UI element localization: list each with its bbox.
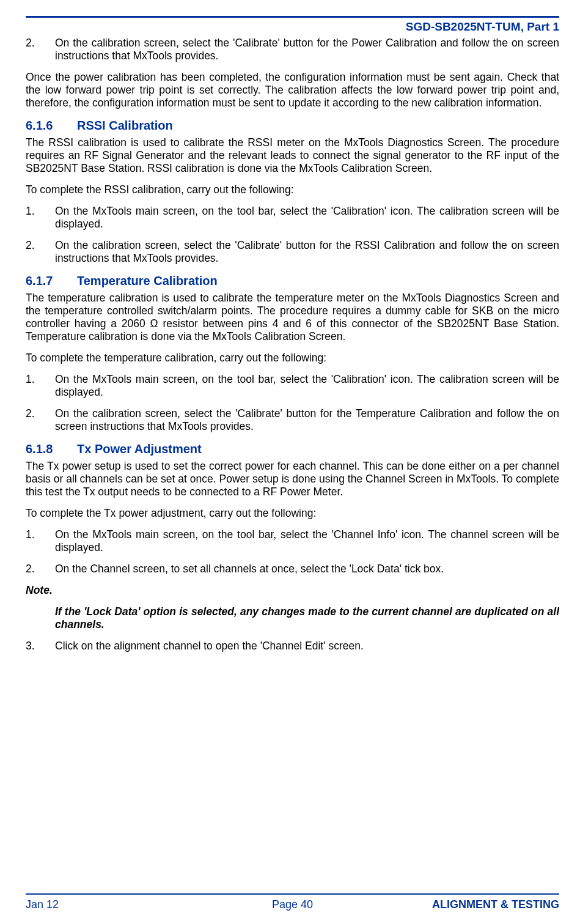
list-number: 2. <box>26 407 55 433</box>
section-number: 6.1.6 <box>26 118 77 133</box>
section-steps: 1. On the MxTools main screen, on the to… <box>26 528 559 575</box>
intro-after: Once the power calibration has been comp… <box>26 71 559 109</box>
list-number: 1. <box>26 528 55 554</box>
section-title: Tx Power Adjustment <box>77 442 202 456</box>
list-item: 3. Click on the alignment channel to ope… <box>26 640 559 652</box>
note-label: Note. <box>26 584 559 597</box>
intro-list: 2. On the calibration screen, select the… <box>26 37 559 62</box>
section-para: To complete the RSSI calibration, carry … <box>26 183 559 196</box>
section-title: Temperature Calibration <box>77 274 218 287</box>
list-number: 1. <box>26 205 55 231</box>
section-title: RSSI Calibration <box>77 119 173 132</box>
list-text: On the MxTools main screen, on the tool … <box>55 528 559 554</box>
list-item: 1. On the MxTools main screen, on the to… <box>26 528 559 554</box>
list-number: 3. <box>26 640 55 652</box>
list-number: 2. <box>26 563 55 575</box>
footer-section: ALIGNMENT & TESTING <box>381 898 559 912</box>
header-rule <box>26 16 559 18</box>
section-steps-after: 3. Click on the alignment channel to ope… <box>26 640 559 652</box>
list-text: On the MxTools main screen, on the tool … <box>55 373 559 399</box>
section-heading-616: 6.1.6RSSI Calibration <box>26 118 559 133</box>
list-item: 2. On the calibration screen, select the… <box>26 407 559 433</box>
footer-date: Jan 12 <box>26 898 204 912</box>
list-item: 1. On the MxTools main screen, on the to… <box>26 205 559 231</box>
footer-rule <box>26 893 559 895</box>
list-number: 2. <box>26 37 55 62</box>
list-text: Click on the alignment channel to open t… <box>55 640 559 652</box>
list-item: 1. On the MxTools main screen, on the to… <box>26 373 559 399</box>
section-para: To complete the temperature calibration,… <box>26 352 559 364</box>
section-para: To complete the Tx power adjustment, car… <box>26 507 559 520</box>
content: 2. On the calibration screen, select the… <box>26 37 559 894</box>
section-heading-617: 6.1.7Temperature Calibration <box>26 273 559 288</box>
section-para: The RSSI calibration is used to calibrat… <box>26 136 559 175</box>
section-para: The Tx power setup is used to set the co… <box>26 460 559 498</box>
section-number: 6.1.7 <box>26 273 77 288</box>
section-steps: 1. On the MxTools main screen, on the to… <box>26 373 559 433</box>
section-steps: 1. On the MxTools main screen, on the to… <box>26 205 559 265</box>
list-item: 2. On the calibration screen, select the… <box>26 37 559 62</box>
list-text: On the MxTools main screen, on the tool … <box>55 205 559 231</box>
footer-page: Page 40 <box>204 898 381 912</box>
page: SGD-SB2025NT-TUM, Part 1 2. On the calib… <box>0 0 580 924</box>
section-heading-618: 6.1.8Tx Power Adjustment <box>26 442 559 456</box>
list-item: 2. On the Channel screen, to set all cha… <box>26 563 559 575</box>
list-text: On the calibration screen, select the 'C… <box>55 37 559 62</box>
note-body: If the 'Lock Data' option is selected, a… <box>55 605 559 631</box>
list-number: 1. <box>26 373 55 399</box>
section-para: The temperature calibration is used to c… <box>26 292 559 343</box>
header-doc-id: SGD-SB2025NT-TUM, Part 1 <box>26 20 559 34</box>
list-text: On the calibration screen, select the 'C… <box>55 239 559 265</box>
list-number: 2. <box>26 239 55 265</box>
list-text: On the calibration screen, select the 'C… <box>55 407 559 433</box>
list-item: 2. On the calibration screen, select the… <box>26 239 559 265</box>
list-text: On the Channel screen, to set all channe… <box>55 563 559 575</box>
footer: Jan 12 Page 40 ALIGNMENT & TESTING <box>26 893 559 912</box>
section-number: 6.1.8 <box>26 442 77 456</box>
footer-row: Jan 12 Page 40 ALIGNMENT & TESTING <box>26 898 559 912</box>
